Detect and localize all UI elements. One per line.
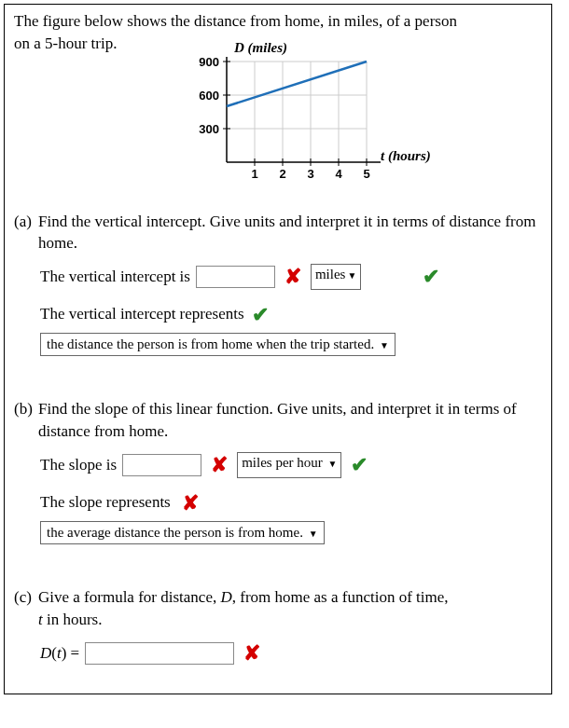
intro-line-2: on a 5-hour trip. <box>14 34 117 52</box>
correct-icon: ✔ <box>252 303 269 327</box>
chevron-down-icon: ▼ <box>380 340 389 350</box>
x-tick-4: 4 <box>335 167 342 181</box>
part-a-interpret-select[interactable]: the distance the person is from home whe… <box>40 333 396 356</box>
part-b-input[interactable] <box>122 454 201 476</box>
part-c-func-lhs: D(t) = <box>40 644 79 663</box>
wrong-icon: ✘ <box>182 491 199 515</box>
correct-icon: ✔ <box>423 265 439 289</box>
wrong-icon: ✘ <box>243 641 260 666</box>
part-b-prompt: Find the slope of this linear function. … <box>38 398 542 443</box>
part-b-label: (b) <box>14 398 38 420</box>
part-b-units-select[interactable]: miles per hour ▼ <box>237 452 341 478</box>
part-a-interpret-lead: The vertical intercept represents <box>40 305 244 323</box>
x-tick-5: 5 <box>363 167 369 181</box>
wrong-icon: ✘ <box>284 265 301 289</box>
part-c-prompt: Give a formula for distance, D, from hom… <box>38 586 542 631</box>
part-a-units-select[interactable]: miles▼ <box>311 264 361 290</box>
intro-line-1: The figure below shows the distance from… <box>14 12 457 30</box>
part-c: (c) Give a formula for distance, D, from… <box>14 586 542 666</box>
chevron-down-icon: ▼ <box>309 529 318 539</box>
part-b: (b) Find the slope of this linear functi… <box>14 398 542 544</box>
part-b-interpret-select[interactable]: the average distance the person is from … <box>40 521 325 544</box>
x-axis-label: t (hours) <box>381 148 431 164</box>
part-a: (a) Find the vertical intercept. Give un… <box>14 211 542 357</box>
chevron-down-icon: ▼ <box>347 270 356 281</box>
gridlines <box>227 62 367 162</box>
part-a-lead: The vertical intercept is <box>40 268 190 286</box>
correct-icon: ✔ <box>351 453 368 477</box>
y-tick-600: 600 <box>199 89 219 103</box>
y-tick-300: 300 <box>199 122 219 136</box>
y-axis-label: D (miles) <box>234 40 287 56</box>
x-tick-2: 2 <box>279 167 285 181</box>
chart-svg: 1 2 3 4 5 300 600 900 <box>161 57 432 187</box>
part-a-label: (a) <box>14 211 38 233</box>
x-tick-1: 1 <box>251 167 257 181</box>
part-a-input[interactable] <box>196 266 275 288</box>
data-line <box>227 62 367 106</box>
chevron-down-icon: ▼ <box>328 459 338 469</box>
chart-area: D (miles) <box>14 57 542 192</box>
x-tick-3: 3 <box>307 167 313 181</box>
part-c-label: (c) <box>14 586 38 609</box>
part-b-lead: The slope is <box>40 456 117 474</box>
y-tick-900: 900 <box>199 57 219 69</box>
question-box: The figure below shows the distance from… <box>4 4 552 694</box>
part-c-input[interactable] <box>85 642 234 665</box>
part-b-interpret-lead: The slope represents <box>40 493 171 511</box>
part-a-prompt: Find the vertical intercept. Give units … <box>38 211 542 255</box>
wrong-icon: ✘ <box>211 453 228 477</box>
